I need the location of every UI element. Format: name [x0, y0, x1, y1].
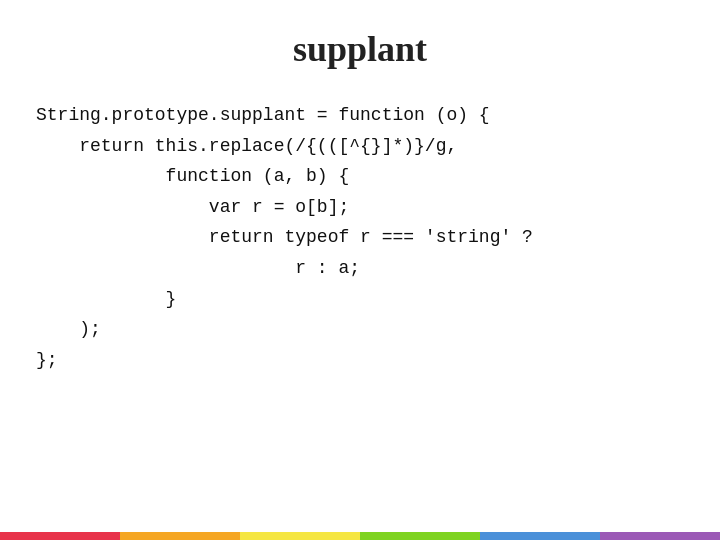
code-line-9: };: [36, 345, 720, 376]
bar-segment-blue: [480, 532, 600, 540]
code-line-3: function (a, b) {: [36, 161, 720, 192]
bar-segment-purple: [600, 532, 720, 540]
page-container: supplant String.prototype.supplant = fun…: [0, 0, 720, 540]
bottom-bar: [0, 532, 720, 540]
page-title: supplant: [293, 29, 427, 69]
bar-segment-green: [360, 532, 480, 540]
code-line-7: }: [36, 284, 720, 315]
code-line-1: String.prototype.supplant = function (o)…: [36, 100, 720, 131]
code-line-4: var r = o[b];: [36, 192, 720, 223]
bar-segment-orange: [120, 532, 240, 540]
bar-segment-red: [0, 532, 120, 540]
title-section: supplant: [0, 0, 720, 90]
code-line-6: r : a;: [36, 253, 720, 284]
code-line-2: return this.replace(/{(([^{}]*)}/g,: [36, 131, 720, 162]
code-line-8: );: [36, 314, 720, 345]
code-line-5: return typeof r === 'string' ?: [36, 222, 720, 253]
bar-segment-yellow: [240, 532, 360, 540]
code-section: String.prototype.supplant = function (o)…: [0, 90, 720, 540]
